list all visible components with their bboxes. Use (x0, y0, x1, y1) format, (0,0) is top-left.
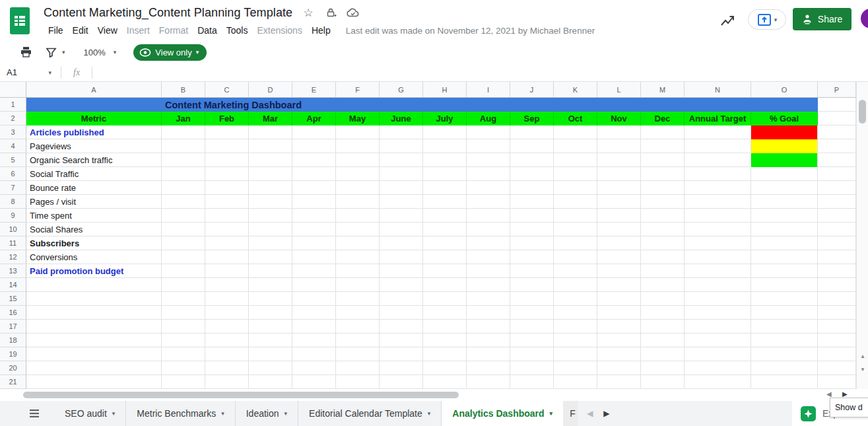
cell-D16[interactable] (249, 306, 292, 320)
cell-E17[interactable] (292, 320, 336, 334)
cell-A9[interactable]: Time spent (26, 209, 162, 223)
cell-F9[interactable] (336, 209, 380, 223)
cell-D13[interactable] (249, 264, 292, 278)
cell-H9[interactable] (423, 209, 467, 223)
cell-E19[interactable] (292, 347, 336, 361)
cell-B7[interactable] (162, 181, 205, 195)
cell-D8[interactable] (249, 195, 292, 209)
cell-K4[interactable] (554, 139, 597, 153)
cell-P6[interactable] (818, 167, 856, 181)
cell-J19[interactable] (510, 347, 554, 361)
cell-M18[interactable] (641, 334, 684, 347)
cell-O8[interactable] (751, 195, 818, 209)
cell-G4[interactable] (380, 139, 423, 153)
cell-O7[interactable] (751, 181, 818, 195)
cell-P19[interactable] (818, 347, 856, 361)
cell-K8[interactable] (554, 195, 597, 209)
cell-H18[interactable] (423, 334, 467, 347)
cell-G14[interactable] (380, 278, 423, 292)
cell-A2[interactable]: Metric (26, 112, 162, 125)
cell-K21[interactable] (554, 375, 597, 389)
cell-D20[interactable] (249, 361, 292, 375)
cell-D21[interactable] (249, 375, 292, 389)
cell-L13[interactable] (597, 264, 641, 278)
cell-F19[interactable] (336, 347, 380, 361)
print-icon[interactable] (20, 44, 32, 61)
cell-A15[interactable] (26, 292, 162, 306)
cell-F15[interactable] (336, 292, 380, 306)
cell-J13[interactable] (510, 264, 554, 278)
cell-F4[interactable] (336, 139, 380, 153)
cell-K7[interactable] (554, 181, 597, 195)
cell-J6[interactable] (510, 167, 554, 181)
cell-E2[interactable]: Apr (292, 112, 336, 125)
row-header-11[interactable]: 11 (0, 236, 26, 250)
cell-P12[interactable] (818, 250, 856, 264)
cell-M20[interactable] (641, 361, 684, 375)
cell-B2[interactable]: Jan (162, 112, 205, 125)
cell-E10[interactable] (292, 223, 336, 236)
cell-E15[interactable] (292, 292, 336, 306)
menu-file[interactable]: File (44, 24, 68, 37)
cell-A16[interactable] (26, 306, 162, 320)
cell-K19[interactable] (554, 347, 597, 361)
cell-P17[interactable] (818, 320, 856, 334)
cell-N17[interactable] (684, 320, 751, 334)
cell-O14[interactable] (751, 278, 818, 292)
cell-E6[interactable] (292, 167, 336, 181)
cell-J5[interactable] (510, 153, 554, 167)
cell-J17[interactable] (510, 320, 554, 334)
cell-M4[interactable] (641, 139, 684, 153)
cell-D14[interactable] (249, 278, 292, 292)
cell-O9[interactable] (751, 209, 818, 223)
all-sheets-menu-icon[interactable] (26, 401, 42, 426)
cell-K16[interactable] (554, 306, 597, 320)
cell-L20[interactable] (597, 361, 641, 375)
cell-C5[interactable] (205, 153, 249, 167)
cell-B11[interactable] (162, 236, 205, 250)
cell-C14[interactable] (205, 278, 249, 292)
cell-H2[interactable]: July (423, 112, 467, 125)
row-header-13[interactable]: 13 (0, 264, 26, 278)
cell-D2[interactable]: Mar (249, 112, 292, 125)
cell-P21[interactable] (818, 375, 856, 389)
cell-K11[interactable] (554, 236, 597, 250)
cell-C12[interactable] (205, 250, 249, 264)
cell-E7[interactable] (292, 181, 336, 195)
activity-chart-icon[interactable] (719, 12, 737, 32)
cell-L12[interactable] (597, 250, 641, 264)
column-header-A[interactable]: A (26, 82, 162, 98)
cell-B6[interactable] (162, 167, 205, 181)
cell-H6[interactable] (423, 167, 467, 181)
cell-G3[interactable] (380, 125, 423, 139)
cell-L18[interactable] (597, 334, 641, 347)
cell-O2[interactable]: % Goal (751, 112, 818, 125)
cell-D11[interactable] (249, 236, 292, 250)
cell-M19[interactable] (641, 347, 684, 361)
cell-K6[interactable] (554, 167, 597, 181)
sheet-tab-caret-icon[interactable]: ▾ (550, 410, 553, 417)
row-header-14[interactable]: 14 (0, 278, 26, 292)
filter-caret-icon[interactable]: ▾ (62, 49, 65, 55)
column-header-N[interactable]: N (684, 82, 751, 98)
scroll-up-icon[interactable]: ▲ (857, 350, 868, 362)
next-sheets-icon[interactable]: ▶ (603, 409, 609, 418)
cell-E5[interactable] (292, 153, 336, 167)
cell-F3[interactable] (336, 125, 380, 139)
cell-I5[interactable] (467, 153, 510, 167)
column-header-L[interactable]: L (597, 82, 641, 98)
cell-L19[interactable] (597, 347, 641, 361)
cell-banner-A1[interactable]: Content Marketing Dashboard (26, 98, 818, 112)
cell-C2[interactable]: Feb (205, 112, 249, 125)
cell-M15[interactable] (641, 292, 684, 306)
cell-F6[interactable] (336, 167, 380, 181)
cell-N6[interactable] (684, 167, 751, 181)
cell-J15[interactable] (510, 292, 554, 306)
row-header-19[interactable]: 19 (0, 347, 26, 361)
cell-B8[interactable] (162, 195, 205, 209)
cell-N13[interactable] (684, 264, 751, 278)
cell-C19[interactable] (205, 347, 249, 361)
cell-F5[interactable] (336, 153, 380, 167)
cell-O20[interactable] (751, 361, 818, 375)
cell-H11[interactable] (423, 236, 467, 250)
